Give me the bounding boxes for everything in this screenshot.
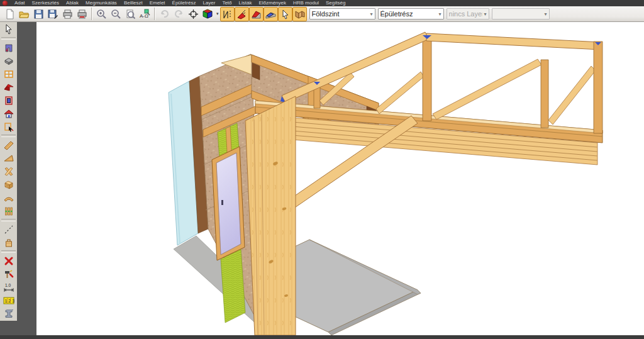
chevron-down-icon: ▾: [370, 11, 373, 17]
stud-wall-button[interactable]: [1, 204, 16, 218]
beam-block-button[interactable]: [1, 178, 16, 191]
zoom-text-button[interactable]: A-Ω: [138, 7, 152, 21]
beam-diagonal-button[interactable]: [1, 138, 16, 152]
red-hatch-icon: [238, 10, 245, 19]
sidebar-separator: [1, 37, 16, 40]
pointer-button[interactable]: [278, 7, 292, 21]
undo-button[interactable]: [157, 7, 172, 21]
beam-arc-button[interactable]: [1, 191, 16, 204]
assembly-button[interactable]: [1, 236, 16, 249]
machining-tool-icon: [5, 270, 13, 278]
roof-tool-icon: [4, 84, 13, 91]
view-cube-button[interactable]: [201, 7, 215, 21]
tool-sidebar: 1.0 1 2 3: [0, 22, 17, 321]
zoom-in-icon: [97, 10, 106, 18]
zoom-page-icon: [127, 10, 135, 19]
save-button[interactable]: [31, 7, 46, 21]
door-tool-button[interactable]: [1, 94, 16, 107]
roof-tool-button[interactable]: [1, 81, 16, 94]
viewport-3d[interactable]: [36, 22, 644, 335]
sublayer-dropdown[interactable]: ▾: [492, 8, 550, 19]
model-stud-column: [245, 96, 296, 335]
zoom-in-button[interactable]: [94, 7, 109, 21]
slab-blue-icon: [266, 13, 275, 18]
beams-crossed-button[interactable]: [1, 165, 16, 178]
menu-emelet[interactable]: Emelet: [150, 0, 165, 6]
menu-hrb-modul[interactable]: HRB modul: [293, 0, 319, 6]
wood-panels-icon: [296, 11, 304, 18]
geometry-lines-icon: [224, 11, 230, 18]
slab-blue-button[interactable]: [264, 7, 278, 21]
layer-dropdown[interactable]: nincs Layer ▾: [447, 8, 489, 19]
menu-epuletresz[interactable]: Épületrész: [172, 0, 196, 6]
redo-button[interactable]: [172, 7, 186, 21]
open-folder-icon: [19, 12, 29, 18]
numbering-button[interactable]: 1 2 3: [1, 294, 16, 307]
red-hatch-button[interactable]: [235, 7, 249, 21]
application-window: Adat Szerkesztés Ablak Megmunkálás Beill…: [0, 0, 644, 339]
wall-tool-button[interactable]: [1, 41, 16, 54]
menu-segitseg[interactable]: Segítség: [326, 0, 346, 6]
chevron-down-icon: ▾: [484, 11, 487, 17]
print-list-button[interactable]: [75, 7, 89, 21]
zoom-text-icon: A-Ω: [140, 9, 150, 19]
construction-line-icon: [5, 226, 13, 233]
save-icon: [35, 10, 43, 18]
building-part-dropdown[interactable]: Épületrész ▾: [378, 8, 444, 19]
slab-layers-icon: [5, 58, 13, 64]
status-bar: [0, 335, 644, 339]
zoom-out-icon: [112, 10, 120, 18]
print-button[interactable]: [60, 7, 75, 21]
steel-profile-button[interactable]: [1, 307, 16, 320]
dimension-button[interactable]: 1.0: [1, 281, 16, 294]
select-element-button[interactable]: [1, 120, 16, 133]
menu-adat[interactable]: Adat: [14, 0, 25, 6]
pointer-icon: [283, 10, 288, 19]
select-arrow-button[interactable]: [1, 23, 16, 36]
app-logo-icon: [3, 1, 8, 6]
center-target-button[interactable]: [186, 7, 201, 21]
beam-wedge-icon: [4, 155, 13, 161]
beam-diagonal-icon: [4, 142, 13, 150]
construction-line-button[interactable]: [1, 223, 16, 236]
zoom-page-button[interactable]: [123, 7, 138, 21]
work-area: 1.0 1 2 3: [0, 22, 644, 335]
door-tool-icon: [6, 97, 12, 104]
machining-tool-button[interactable]: [1, 267, 16, 281]
sidebar-separator: [1, 219, 16, 221]
house-tool-button[interactable]: [1, 107, 16, 120]
chevron-down-icon: ▾: [439, 11, 441, 17]
window-tool-icon: [5, 71, 13, 77]
new-document-button[interactable]: [3, 7, 17, 21]
delete-button[interactable]: [1, 254, 16, 267]
menu-szerkesztes[interactable]: Szerkesztés: [31, 0, 59, 6]
slab-layers-button[interactable]: [1, 54, 16, 67]
new-document-icon: [7, 9, 13, 19]
svg-text:A-Ω: A-Ω: [140, 13, 148, 19]
storey-dropdown[interactable]: Földszint ▾: [309, 8, 375, 19]
open-folder-button[interactable]: [17, 7, 31, 21]
beam-wedge-button[interactable]: [1, 152, 16, 165]
menu-listak[interactable]: Listák: [239, 0, 252, 6]
menu-elozmenyek[interactable]: Előzmények: [258, 0, 286, 6]
beam-arc-icon: [4, 197, 13, 201]
wall-tool-icon: [6, 45, 12, 52]
menu-layer[interactable]: Layer: [203, 0, 215, 6]
window-tool-button[interactable]: [1, 67, 16, 81]
menu-beilleszt[interactable]: Beilleszt: [124, 0, 143, 6]
menu-ablak[interactable]: Ablak: [66, 0, 79, 6]
roof-corner-button[interactable]: [249, 7, 264, 21]
select-arrow-icon: [6, 25, 11, 34]
view-cube-caret[interactable]: ▾: [216, 11, 219, 16]
toolbar-separator: [154, 8, 155, 20]
print-list-icon: [78, 10, 86, 18]
house-tool-icon: [4, 110, 13, 118]
zoom-out-button[interactable]: [109, 7, 123, 21]
wood-panels-button[interactable]: [292, 7, 307, 21]
view-cube-icon: [203, 9, 212, 18]
menu-teto[interactable]: Tető: [222, 0, 231, 6]
numbering-icon: 1 2 3: [4, 297, 14, 304]
geometry-lines-button[interactable]: [220, 7, 235, 21]
menu-megmunkalas[interactable]: Megmunkálás: [86, 0, 117, 6]
save-as-button[interactable]: [46, 7, 60, 21]
